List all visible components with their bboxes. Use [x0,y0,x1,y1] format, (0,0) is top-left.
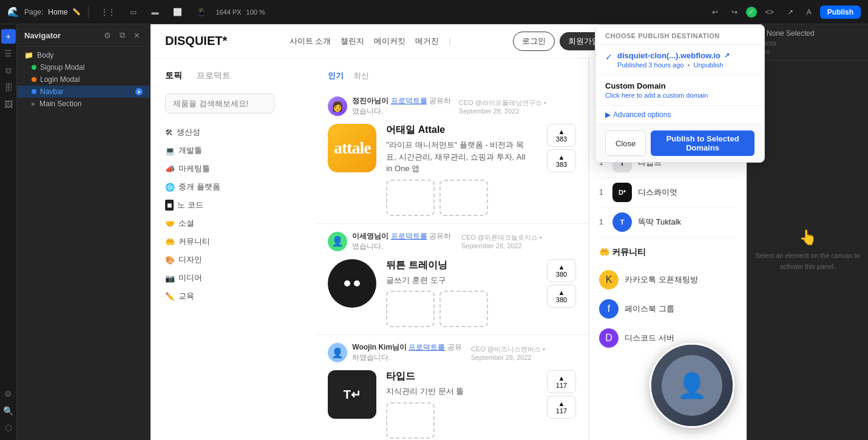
tree-item-login-modal[interactable]: Login Modal [17,73,150,86]
vote-down-count-1: 383 [556,161,567,168]
product-images-2 [386,291,527,327]
search-input[interactable] [165,93,274,113]
login-button[interactable]: 로그인 [513,32,555,51]
tree-label: Main Section [39,100,81,108]
pages-icon[interactable]: ⧉ [1,63,16,78]
custom-domain-link[interactable]: Click here to add a custom domain [605,92,708,99]
tab-topic[interactable]: 토픽 [165,70,182,84]
content-left: 토픽 프로덕트 🛠생산성 💻개발툴 📣마케팅툴 🌐중개 플랫폼 ■노 코드 🤝소… [151,58,316,440]
trending-item-4[interactable]: 1 D* 디스콰이엇 [599,178,737,208]
publish-to-domains-button[interactable]: Publish to Selected Domains [651,130,754,156]
topic-item[interactable]: 🤲커뮤니티 [165,232,301,251]
preview-mobile-icon[interactable]: 📱 [192,5,211,19]
sort-popular[interactable]: 인기 [328,70,344,81]
none-selected-row: None Selected [747,24,868,38]
community-item-3[interactable]: D 디스코드 서버 [599,323,737,353]
topic-item[interactable]: 🛠생산성 [165,123,301,141]
nav-link-magazine[interactable]: 메거진 [415,36,439,47]
publish-domain-link[interactable]: disquiet-clon(...).webflow.io [617,51,721,60]
font-button[interactable]: A [802,5,816,19]
undo-button[interactable]: ↩ [707,5,723,19]
trending-name-4: 디스콰이엇 [638,187,677,198]
product-desc-2: 글쓰기 훈련 도구 [386,274,527,286]
publish-option-sub: Published 3 hours ago • Unpublish [617,61,754,69]
nav-link-makerkit[interactable]: 메이커킷 [374,36,405,47]
preview-wide-icon[interactable]: ▬ [146,5,163,19]
vote-up-btn-1[interactable]: ▲383 [547,124,576,147]
post-company-2: CEO @뒤른테크놀로지스 • September 28, 2022 [461,233,576,249]
trending-name-5: 똑딱 Tuktalk [638,217,681,228]
product-info-3: 타입드 지식관리 기반 문서 툴 [386,370,527,439]
topic-item[interactable]: 📷미디어 [165,269,301,287]
vote-down-btn-2[interactable]: ▲380 [547,285,576,308]
integrations-icon[interactable]: ⬡ [1,421,16,435]
assets-icon[interactable]: 🖼 [1,97,16,112]
preview-tablet-icon[interactable]: ⬜ [168,5,187,19]
sort-latest[interactable]: 최신 [353,70,369,81]
nav-link-challenge[interactable]: 챌린지 [341,36,364,47]
preview-narrow-icon[interactable]: ▭ [125,5,141,19]
folder-icon: 📁 [24,51,33,59]
topic-item[interactable]: 📣마케팅툴 [165,160,301,178]
page-edit-icon[interactable]: ✏️ [72,8,81,16]
logic-icon[interactable]: ⚙ [1,387,16,401]
tree-item-main-section[interactable]: ▶ Main Section [17,98,150,110]
cms-icon[interactable]: 🗄 [1,80,16,95]
redo-button[interactable]: ↪ [727,5,742,19]
topic-item[interactable]: ✏️교육 [165,287,301,305]
nav-link-about[interactable]: 사이트 소개 [290,36,331,47]
post-meta-1: 👩 정진아님이 프로덕트를 공유하였습니다. CEO @라이프플래닝연구소 • … [328,96,576,117]
tab-product[interactable]: 프로덕트 [197,70,231,84]
publish-option-info: disquiet-clon(...).webflow.io ↗ Publishe… [617,51,754,69]
navigator-icon[interactable]: ☰ [1,46,16,61]
publish-button[interactable]: Publish [820,5,861,19]
tree-label: Navbar [40,87,64,96]
code-view-button[interactable]: <> [761,5,779,19]
community-name-2: 페이스북 그룹 [625,303,674,314]
search-icon[interactable]: 🔍 [1,404,16,418]
vote-up-btn-3[interactable]: ▲117 [547,370,576,393]
community-title: 🤲 커뮤니티 [599,247,737,258]
close-button[interactable]: Close [605,130,646,156]
unpublish-link[interactable]: Unpublish [694,61,724,69]
trending-item-5[interactable]: 1 T 똑딱 Tuktalk [599,208,737,237]
zoom-indicator: 100 % [246,8,265,16]
community-item-1[interactable]: K 카카오톡 오픈채팅방 [599,265,737,294]
vote-down-btn-3[interactable]: ▲117 [547,396,576,419]
export-button[interactable]: ↗ [782,5,798,19]
post-avatar-2: 👤 [328,232,347,251]
settings-icon[interactable]: ⋮⋮ [96,5,120,19]
product-image [439,291,488,327]
nav-close-btn[interactable]: ✕ [131,29,143,41]
product-desc-3: 지식관리 기반 문서 툴 [386,385,527,398]
post-author-2: 이세영님이 프로덕트를 공유하였습니다. [352,231,456,252]
advanced-options-label: Advanced options [613,110,671,119]
nav-split-btn[interactable]: ⧉ [116,29,128,41]
post-company-3: CEO @비즈니스캔버스 • September 28, 2022 [471,345,576,361]
topic-item[interactable]: 🎨디자인 [165,251,301,269]
site-nav: 사이트 소개 챌린지 메이커킷 메거진 | [290,36,451,47]
webflow-logo-icon: 🌊 [7,6,19,18]
add-element-icon[interactable]: + [1,29,16,44]
publish-option-webflow[interactable]: ✓ disquiet-clon(...).webflow.io ↗ Publis… [595,45,764,75]
product-card-1: attale 어태일 Attale "라이프 매니저먼트" 플랫폼 - 비전과 … [328,124,576,216]
nav-divider: | [449,36,450,46]
expand-icon: ▶ [32,101,36,107]
tree-item-navbar[interactable]: Navbar ● [17,86,150,98]
topic-item[interactable]: 💻개발툴 [165,141,301,160]
green-status-dot: ✓ [746,7,757,18]
custom-domain-option[interactable]: Custom Domain Click here to add a custom… [595,75,764,105]
nav-settings-btn[interactable]: ⚙ [101,29,114,41]
community-item-2[interactable]: f 페이스북 그룹 [599,294,737,323]
right-panel-body: 👆 Select an element on the canvas to act… [747,61,868,440]
tree-item-body[interactable]: 📁 Body [17,49,150,61]
topic-item[interactable]: 🌐중개 플랫폼 [165,178,301,196]
vote-up-btn-2[interactable]: ▲380 [547,259,576,282]
advanced-options[interactable]: ▶ Advanced options [595,105,764,124]
post-card-1: 👩 정진아님이 프로덕트를 공유하였습니다. CEO @라이프플래닝연구소 • … [316,89,588,224]
vote-down-btn-1[interactable]: ▲383 [547,149,576,172]
topic-item[interactable]: ■노 코드 [165,196,301,214]
topic-item[interactable]: 🤝소셜 [165,214,301,232]
navigator-panel: Navigator ⚙ ⧉ ✕ 📁 Body Signup Modal Logi… [17,24,151,440]
tree-item-signup-modal[interactable]: Signup Modal [17,61,150,73]
